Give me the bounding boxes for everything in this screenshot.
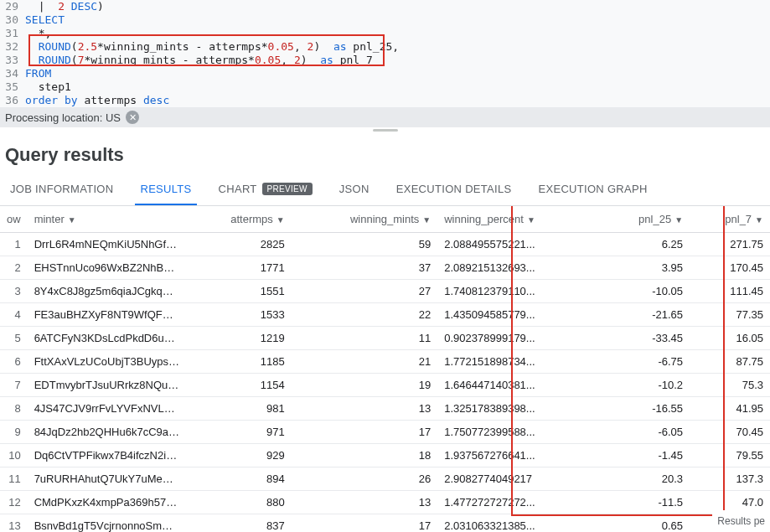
- code-line[interactable]: 33 ROUND(7*winning_mints - attermps*0.05…: [0, 54, 770, 67]
- tab-chart[interactable]: CHARTPREVIEW: [214, 174, 318, 205]
- column-header-pnl_7[interactable]: pnl_7▼: [690, 206, 770, 233]
- cell: 1.325178389398...: [437, 397, 600, 421]
- close-icon[interactable]: ✕: [126, 111, 139, 124]
- code-line[interactable]: 32 ROUND(2.5*winning_mints - attermps*0.…: [0, 40, 770, 54]
- column-label: winning_percent: [444, 213, 524, 225]
- tab-label: EXECUTION DETAILS: [396, 183, 512, 195]
- table-row[interactable]: 10Dq6CtVTPFikwx7B4ifczN2iG7...929181.937…: [0, 444, 770, 467]
- sql-editor[interactable]: 29 | 2 DESC)30SELECT31 *,32 ROUND(2.5*wi…: [0, 0, 770, 107]
- cell: DrrL6R4mNEQmKiU5NhGfFCC...: [28, 233, 187, 256]
- code-content[interactable]: ROUND(2.5*winning_mints - attermps*0.05,…: [25, 40, 770, 54]
- cell: -1.45: [600, 444, 690, 467]
- tab-execution-details[interactable]: EXECUTION DETAILS: [391, 174, 517, 205]
- table-row[interactable]: 2EHSTnnUco96WxBZ2NhB3aaC...1771372.08921…: [0, 256, 770, 280]
- code-line[interactable]: 35 step1: [0, 80, 770, 94]
- cell: 77.35: [690, 303, 770, 327]
- column-label: minter: [34, 213, 65, 225]
- cell: 837: [187, 514, 292, 533]
- column-header-winning_mints[interactable]: winning_mints▼: [292, 206, 438, 233]
- cell: 6: [0, 350, 28, 374]
- code-line[interactable]: 36order by attermps desc: [0, 94, 770, 107]
- cell: -6.05: [600, 421, 690, 444]
- cell: 7uRURHAhutQ7UkY7uMeUKJs...: [28, 467, 187, 491]
- code-line[interactable]: 29 | 2 DESC): [0, 0, 770, 13]
- cell: 894: [187, 467, 292, 491]
- cell: 41.95: [690, 397, 770, 421]
- line-number: 29: [0, 0, 25, 13]
- cell: 27: [292, 280, 438, 303]
- column-label: winning_mints: [350, 213, 419, 225]
- table-row[interactable]: 12CMdPKxzK4xmpPa369h57XKv...880131.47727…: [0, 491, 770, 514]
- code-content[interactable]: FROM: [25, 67, 770, 80]
- sort-arrow-icon[interactable]: ▼: [422, 215, 431, 225]
- cell: 1185: [187, 350, 292, 374]
- column-header-winning_percent[interactable]: winning_percent▼: [437, 206, 600, 233]
- cell: -16.55: [600, 397, 690, 421]
- sort-arrow-icon[interactable]: ▼: [276, 215, 285, 225]
- results-table: owminter▼attermps▼winning_mints▼winning_…: [0, 206, 770, 532]
- table-row[interactable]: 4FE3auBHZXyF8NT9WfQFUv6Q...1533221.43509…: [0, 303, 770, 327]
- cell: 20.3: [600, 467, 690, 491]
- cell: 2.031063321385...: [437, 514, 600, 533]
- code-content[interactable]: ROUND(7*winning_mints - attermps*0.05, 2…: [25, 54, 770, 67]
- tab-label: RESULTS: [140, 183, 191, 195]
- sort-arrow-icon[interactable]: ▼: [755, 215, 763, 225]
- cell: -33.45: [600, 327, 690, 350]
- table-row[interactable]: 984JqDz2hb2QHHu6k7cC9ankx...971171.75077…: [0, 421, 770, 444]
- cell: 1533: [187, 303, 292, 327]
- table-row[interactable]: 56ATCFyN3KDsLcdPkdD6uArnu...1219110.9023…: [0, 327, 770, 350]
- code-line[interactable]: 34FROM: [0, 67, 770, 80]
- table-row[interactable]: 117uRURHAhutQ7UkY7uMeUKJs...894262.90827…: [0, 467, 770, 491]
- results-title: Query results: [0, 132, 770, 174]
- column-header-attermps[interactable]: attermps▼: [187, 206, 292, 233]
- code-line[interactable]: 30SELECT: [0, 13, 770, 27]
- code-line[interactable]: 31 *,: [0, 27, 770, 40]
- cell: 111.45: [690, 280, 770, 303]
- tab-json[interactable]: JSON: [334, 174, 375, 205]
- cell: 6.25: [600, 233, 690, 256]
- cell: 0.65: [600, 514, 690, 533]
- code-content[interactable]: SELECT: [25, 13, 770, 27]
- table-row[interactable]: 13BsnvBd1gT5VcjrnonnoSmAnxi...837172.031…: [0, 514, 770, 533]
- cell: 880: [187, 491, 292, 514]
- tab-results[interactable]: RESULTS: [135, 174, 196, 205]
- cell: 271.75: [690, 233, 770, 256]
- cell: 7: [0, 374, 28, 397]
- sort-arrow-icon[interactable]: ▼: [674, 215, 683, 225]
- cell: FttXAxVLzUCoUbjT3BUypsLev...: [28, 350, 187, 374]
- sort-arrow-icon[interactable]: ▼: [68, 215, 76, 225]
- cell: 21: [292, 350, 438, 374]
- cell: Dq6CtVTPFikwx7B4ifczN2iG7...: [28, 444, 187, 467]
- table-row[interactable]: 84JS47CJV9rrFvLYVFxNVLnWN...981131.32517…: [0, 397, 770, 421]
- cell: 70.45: [690, 421, 770, 444]
- sort-arrow-icon[interactable]: ▼: [527, 215, 535, 225]
- column-header-ow[interactable]: ow: [0, 206, 28, 233]
- cell: FE3auBHZXyF8NT9WfQFUv6Q...: [28, 303, 187, 327]
- cell: 3: [0, 280, 28, 303]
- cell: 59: [292, 233, 438, 256]
- tab-job-information[interactable]: JOB INFORMATION: [5, 174, 118, 205]
- cell: 17: [292, 514, 438, 533]
- tab-execution-graph[interactable]: EXECUTION GRAPH: [533, 174, 652, 205]
- cell: 4JS47CJV9rrFvLYVFxNVLnWN...: [28, 397, 187, 421]
- cell: 170.45: [690, 256, 770, 280]
- table-row[interactable]: 38Y4xC8J8gz5m6qiaJCgkqYRZ...1551271.7408…: [0, 280, 770, 303]
- cell: 13: [292, 397, 438, 421]
- table-row[interactable]: 6FttXAxVLzUCoUbjT3BUypsLev...1185211.772…: [0, 350, 770, 374]
- cell: 11: [0, 467, 28, 491]
- column-header-pnl_25[interactable]: pnl_25▼: [600, 206, 690, 233]
- table-row[interactable]: 7EDTmvybrTJsuURrkz8NQugGe...1154191.6464…: [0, 374, 770, 397]
- cell: 2.088495575221...: [437, 233, 600, 256]
- code-content[interactable]: *,: [25, 27, 770, 40]
- code-content[interactable]: step1: [25, 80, 770, 94]
- cell: 1.435094585779...: [437, 303, 600, 327]
- column-header-minter[interactable]: minter▼: [28, 206, 187, 233]
- code-content[interactable]: | 2 DESC): [25, 0, 770, 13]
- results-table-wrap[interactable]: owminter▼attermps▼winning_mints▼winning_…: [0, 206, 770, 532]
- tab-label: JOB INFORMATION: [10, 183, 113, 195]
- table-row[interactable]: 1DrrL6R4mNEQmKiU5NhGfFCC...2825592.08849…: [0, 233, 770, 256]
- cell: 11: [292, 327, 438, 350]
- cell: 1.740812379110...: [437, 280, 600, 303]
- code-content[interactable]: order by attermps desc: [25, 94, 770, 107]
- cell: CMdPKxzK4xmpPa369h57XKv...: [28, 491, 187, 514]
